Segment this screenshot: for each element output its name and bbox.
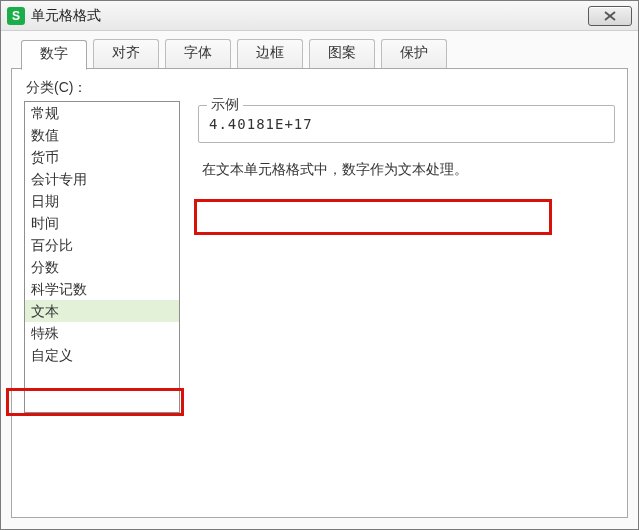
sample-legend: 示例 (207, 96, 243, 114)
list-item[interactable]: 特殊 (25, 322, 179, 344)
list-item-selected[interactable]: 文本 (25, 300, 179, 322)
sample-value: 4.40181E+17 (209, 116, 604, 132)
tab-protect[interactable]: 保护 (381, 39, 447, 69)
list-item[interactable]: 科学记数 (25, 278, 179, 300)
close-button[interactable] (588, 6, 632, 26)
sample-fieldset: 示例 4.40181E+17 (198, 105, 615, 143)
app-icon: S (7, 7, 25, 25)
category-listbox[interactable]: 常规 数值 货币 会计专用 日期 时间 百分比 分数 科学记数 文本 特殊 自定… (24, 101, 180, 413)
list-item[interactable]: 时间 (25, 212, 179, 234)
titlebar: S 单元格格式 (1, 1, 638, 31)
list-item[interactable]: 日期 (25, 190, 179, 212)
tab-pattern[interactable]: 图案 (309, 39, 375, 69)
tab-number[interactable]: 数字 (21, 40, 87, 70)
client-area: 数字 对齐 字体 边框 图案 保护 分类(C)： 常规 数值 货币 会计专用 日… (1, 31, 638, 529)
tab-align[interactable]: 对齐 (93, 39, 159, 69)
list-item[interactable]: 数值 (25, 124, 179, 146)
tab-font[interactable]: 字体 (165, 39, 231, 69)
list-item[interactable]: 常规 (25, 102, 179, 124)
format-description: 在文本单元格格式中，数字作为文本处理。 (198, 157, 615, 182)
category-label: 分类(C)： (26, 79, 615, 97)
tab-strip: 数字 对齐 字体 边框 图案 保护 (21, 39, 628, 69)
right-column: 示例 4.40181E+17 在文本单元格格式中，数字作为文本处理。 (198, 101, 615, 413)
list-item[interactable]: 会计专用 (25, 168, 179, 190)
list-item[interactable]: 货币 (25, 146, 179, 168)
panel-columns: 常规 数值 货币 会计专用 日期 时间 百分比 分数 科学记数 文本 特殊 自定… (24, 101, 615, 413)
tab-panel-number: 分类(C)： 常规 数值 货币 会计专用 日期 时间 百分比 分数 科学记数 文… (11, 68, 628, 518)
tab-border[interactable]: 边框 (237, 39, 303, 69)
window-title: 单元格格式 (31, 7, 588, 25)
list-item[interactable]: 自定义 (25, 344, 179, 366)
dialog-window: S 单元格格式 数字 对齐 字体 边框 图案 保护 分类(C)： 常规 数值 (0, 0, 639, 530)
close-icon (603, 11, 617, 21)
list-item[interactable]: 百分比 (25, 234, 179, 256)
list-item[interactable]: 分数 (25, 256, 179, 278)
